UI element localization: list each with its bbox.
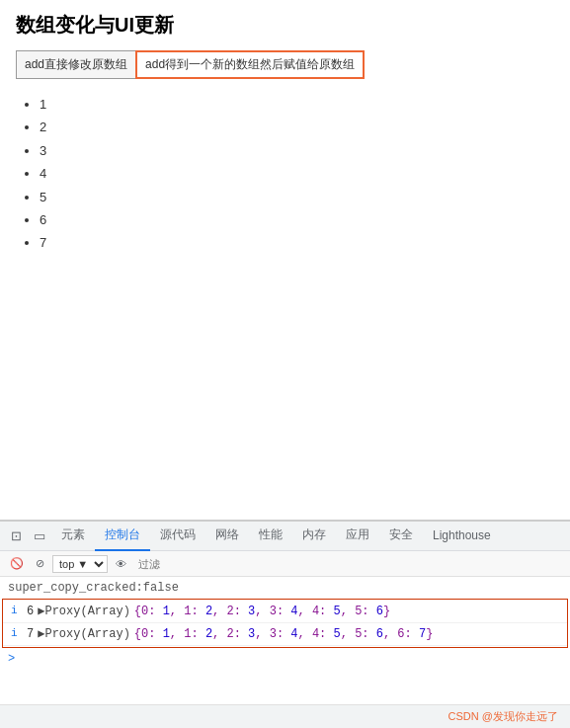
- line-num-6: 6: [27, 603, 34, 620]
- proxy-content-6: {0: 1, 1: 2, 2: 3, 3: 4, 4: 5, 5: 6}: [134, 603, 390, 620]
- devtools-tab-安全[interactable]: 安全: [379, 522, 423, 551]
- devtools-tab-Lighthouse[interactable]: Lighthouse: [423, 522, 501, 551]
- console-prompt[interactable]: >: [0, 650, 570, 668]
- items-list: 1234567: [16, 93, 554, 255]
- list-item: 2: [40, 116, 554, 138]
- devtools-tab-元素[interactable]: 元素: [51, 522, 95, 551]
- inspect-icon[interactable]: ⊡: [4, 525, 28, 548]
- proxy-content-7: {0: 1, 1: 2, 2: 3, 3: 4, 4: 5, 5: 6, 6: …: [134, 625, 434, 643]
- console-line-6: i 6 ▶Proxy(Array) {0: 1, 1: 2, 2: 3, 3: …: [3, 601, 567, 623]
- list-item: 1: [40, 93, 554, 116]
- devtools-tab-应用[interactable]: 应用: [336, 522, 379, 551]
- line-num-7: 7: [27, 625, 34, 643]
- list-item: 6: [40, 208, 554, 231]
- list-item: 5: [40, 186, 554, 208]
- prompt-symbol: >: [8, 652, 15, 666]
- devtools-tab-控制台[interactable]: 控制台: [95, 522, 150, 551]
- devtools-tab-内存[interactable]: 内存: [292, 522, 336, 551]
- devtools-tab-网络[interactable]: 网络: [205, 522, 249, 551]
- filter-icon[interactable]: ⊘: [32, 555, 48, 572]
- info-icon-7: i: [11, 625, 23, 642]
- devtools-tab-bar: ⊡ ▭ 元素控制台源代码网络性能内存应用安全Lighthouse: [0, 522, 570, 551]
- list-item: 7: [40, 231, 554, 254]
- list-item: 4: [40, 162, 554, 185]
- filter-input[interactable]: [134, 557, 279, 571]
- csdn-tag: CSDN @发现你走远了: [448, 709, 558, 724]
- top-select[interactable]: top ▼: [52, 555, 108, 573]
- btn-new-array[interactable]: add得到一个新的数组然后赋值给原数组: [135, 50, 365, 79]
- info-icon-6: i: [11, 603, 23, 619]
- list-area: 1234567: [16, 93, 554, 255]
- arrow-6[interactable]: ▶Proxy(Array): [38, 603, 130, 620]
- prev-line: super_copy_cracked:false: [0, 579, 570, 597]
- devtools-tab-性能[interactable]: 性能: [249, 522, 292, 551]
- devtools-panel: ⊡ ▭ 元素控制台源代码网络性能内存应用安全Lighthouse 🚫 ⊘ top…: [0, 521, 570, 728]
- tab-list: 元素控制台源代码网络性能内存应用安全Lighthouse: [51, 522, 566, 551]
- btn-direct-modify[interactable]: add直接修改原数组: [16, 50, 135, 79]
- bottom-bar: CSDN @发现你走远了: [0, 704, 570, 728]
- devtools-tab-源代码[interactable]: 源代码: [150, 522, 205, 551]
- page-title: 数组变化与UI更新: [16, 12, 554, 39]
- highlighted-block: i 6 ▶Proxy(Array) {0: 1, 1: 2, 2: 3, 3: …: [2, 599, 568, 648]
- console-output: super_copy_cracked:false i 6 ▶Proxy(Arra…: [0, 577, 570, 704]
- list-item: 3: [40, 139, 554, 162]
- button-row: add直接修改原数组 add得到一个新的数组然后赋值给原数组: [16, 50, 554, 79]
- main-content: 数组变化与UI更新 add直接修改原数组 add得到一个新的数组然后赋值给原数组…: [0, 0, 570, 521]
- eye-icon[interactable]: 👁: [112, 556, 130, 572]
- clear-btn[interactable]: 🚫: [6, 555, 28, 572]
- device-icon[interactable]: ▭: [28, 525, 51, 548]
- arrow-7[interactable]: ▶Proxy(Array): [38, 625, 130, 643]
- console-line-7: i 7 ▶Proxy(Array) {0: 1, 1: 2, 2: 3, 3: …: [3, 623, 567, 646]
- console-toolbar: 🚫 ⊘ top ▼ 👁: [0, 551, 570, 577]
